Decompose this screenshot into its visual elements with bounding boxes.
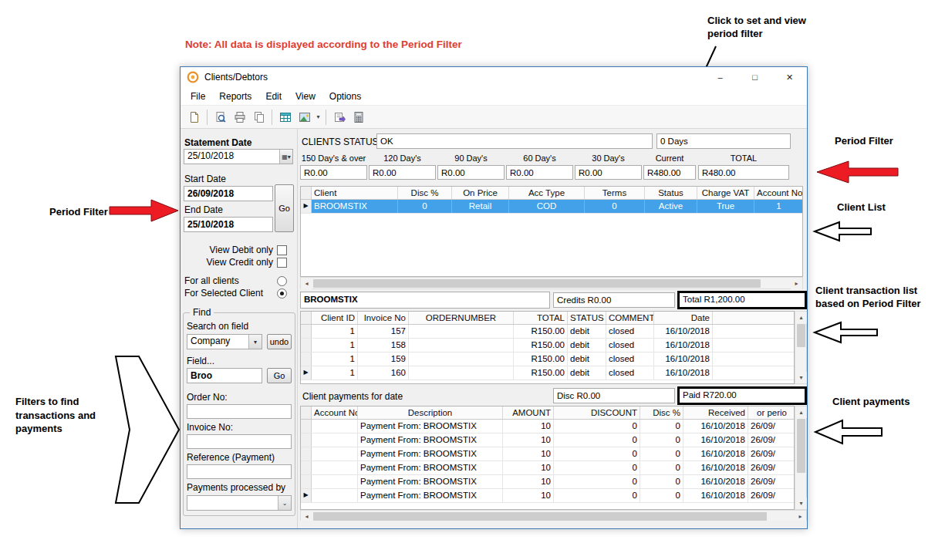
- column-header[interactable]: Account No: [754, 187, 803, 199]
- menu-file[interactable]: File: [184, 89, 212, 104]
- grid-cell: debit: [568, 339, 606, 352]
- grid-row[interactable]: Payment From: BROOMSTIX100016/10/201826/…: [301, 420, 794, 433]
- end-date-input[interactable]: [184, 217, 273, 232]
- end-date-label: End Date: [184, 204, 223, 215]
- column-header[interactable]: ORDERNUMBER: [409, 312, 514, 324]
- for-all-clients-row[interactable]: For all clients: [184, 275, 287, 286]
- column-header[interactable]: STATUS: [568, 312, 606, 324]
- chevron-down-icon[interactable]: ▾: [248, 335, 262, 349]
- search-field-combobox[interactable]: Company ▾: [187, 334, 262, 349]
- scroll-up-icon[interactable]: ▴: [795, 312, 807, 323]
- transaction-grid: Client IDInvoice NoORDERNUMBERTOTALSTATU…: [300, 311, 795, 384]
- scroll-left-icon[interactable]: ◂: [301, 278, 312, 289]
- window-bottom-strip: [298, 521, 807, 528]
- column-header[interactable]: Terms: [585, 187, 645, 199]
- menu-edit[interactable]: Edit: [258, 89, 289, 104]
- statement-date-picker[interactable]: 25/10/2018 ▦▾: [184, 149, 293, 164]
- copy-icon[interactable]: [249, 107, 268, 127]
- grid-row[interactable]: Payment From: BROOMSTIX100016/10/201826/…: [301, 447, 794, 461]
- column-header[interactable]: On Price: [452, 187, 509, 199]
- column-header[interactable]: Date: [654, 312, 713, 324]
- scroll-down-icon[interactable]: ▾: [795, 498, 807, 509]
- column-header[interactable]: Client: [312, 187, 398, 199]
- grid-row[interactable]: Payment From: BROOMSTIX100016/10/201826/…: [301, 475, 794, 489]
- transaction-grid-vscrollbar[interactable]: ▴ ▾: [795, 311, 807, 384]
- scrollbar-thumb[interactable]: [797, 419, 805, 473]
- column-header[interactable]: Charge VAT: [697, 187, 754, 199]
- grid-row[interactable]: Payment From: BROOMSTIX100016/10/201826/…: [301, 433, 794, 447]
- image-dropdown-icon[interactable]: ▾: [314, 107, 322, 127]
- undo-button[interactable]: undo: [267, 334, 292, 349]
- scroll-up-icon[interactable]: ▴: [795, 407, 807, 418]
- column-header[interactable]: Received: [683, 407, 748, 419]
- field-search-input[interactable]: [187, 368, 262, 383]
- start-date-input[interactable]: [184, 186, 273, 201]
- menu-reports[interactable]: Reports: [212, 89, 258, 104]
- scrollbar-thumb[interactable]: [313, 512, 767, 521]
- scroll-right-icon[interactable]: ▸: [791, 278, 802, 289]
- grid-row[interactable]: ▶Payment From: BROOMSTIX100016/10/201826…: [301, 489, 794, 503]
- payments-processed-by-combobox[interactable]: ⌄: [187, 495, 292, 511]
- reference-payment-input[interactable]: [187, 464, 292, 479]
- grid-row[interactable]: 1159R150.00debitclosed16/10/2018: [301, 353, 794, 366]
- close-button[interactable]: ✕: [772, 67, 807, 87]
- for-selected-client-row[interactable]: For Selected Client: [184, 288, 287, 299]
- print-icon[interactable]: [230, 107, 249, 127]
- maximize-button[interactable]: □: [737, 67, 772, 87]
- column-header[interactable]: or perio: [748, 407, 795, 419]
- order-no-input[interactable]: [187, 404, 292, 419]
- grid-row[interactable]: 1158R150.00debitclosed16/10/2018: [301, 339, 794, 353]
- column-header[interactable]: Invoice No: [358, 312, 409, 324]
- view-debit-only-row[interactable]: View Debit only: [184, 245, 287, 255]
- chevron-down-icon[interactable]: ⌄: [278, 496, 291, 510]
- column-header[interactable]: Disc %: [640, 407, 683, 419]
- calculator-icon[interactable]: [349, 107, 368, 127]
- for-all-clients-radio[interactable]: [277, 276, 287, 286]
- menu-view[interactable]: View: [289, 89, 322, 104]
- statement-date-value: 25/10/2018: [184, 150, 279, 164]
- grid-cell: 0: [640, 475, 683, 488]
- column-header[interactable]: Description: [358, 407, 503, 419]
- minimize-button[interactable]: –: [703, 67, 737, 87]
- aging-label-current: Current: [643, 153, 696, 163]
- print-preview-icon[interactable]: [211, 107, 230, 127]
- scrollbar-thumb[interactable]: [313, 279, 761, 288]
- client-grid-hscrollbar[interactable]: ◂ ▸: [300, 277, 803, 289]
- column-header[interactable]: Disc %: [398, 187, 452, 199]
- view-debit-only-checkbox[interactable]: [277, 245, 287, 255]
- column-header[interactable]: COMMENT: [606, 312, 654, 324]
- for-selected-client-radio[interactable]: [277, 288, 287, 299]
- export-icon[interactable]: [329, 107, 349, 127]
- column-header[interactable]: AMOUNT: [503, 407, 554, 419]
- column-header[interactable]: DISCOUNT: [554, 407, 640, 419]
- grid-row[interactable]: 1157R150.00debitclosed16/10/2018: [301, 325, 794, 339]
- view-credit-only-checkbox[interactable]: [277, 258, 287, 268]
- grid-row[interactable]: ▶1160R150.00debitclosed16/10/2018: [301, 366, 794, 380]
- new-document-icon[interactable]: [184, 107, 204, 127]
- grid-row[interactable]: ▶BROOMSTIX0RetailCOD0ActiveTrue1: [301, 200, 802, 214]
- period-go-button[interactable]: Go: [275, 184, 294, 232]
- table-icon[interactable]: [275, 107, 295, 127]
- column-header[interactable]: TOTAL: [514, 312, 568, 324]
- grid-cell: 10: [503, 420, 554, 433]
- view-credit-only-row[interactable]: View Credit only: [184, 257, 287, 268]
- toolbar: ▾: [181, 106, 807, 129]
- column-header[interactable]: Client ID: [312, 312, 358, 324]
- scroll-down-icon[interactable]: ▾: [795, 372, 807, 383]
- grid-cell: 16/10/2018: [683, 433, 748, 447]
- column-header[interactable]: Acc Type: [509, 187, 585, 199]
- field-go-button[interactable]: Go: [267, 368, 292, 383]
- scrollbar-thumb[interactable]: [797, 324, 805, 347]
- grid-cell: 0: [554, 461, 640, 474]
- invoice-no-input[interactable]: [187, 434, 292, 449]
- grid-row[interactable]: Payment From: BROOMSTIX100016/10/201826/…: [301, 461, 794, 475]
- image-icon[interactable]: [295, 107, 314, 127]
- menu-options[interactable]: Options: [322, 89, 368, 104]
- payments-grid-vscrollbar[interactable]: ▴ ▾: [795, 406, 807, 510]
- column-header[interactable]: Status: [645, 187, 697, 199]
- calendar-dropdown-icon[interactable]: ▦▾: [279, 150, 292, 164]
- payments-processed-by-value: [187, 496, 278, 510]
- column-header[interactable]: Account No: [312, 407, 358, 419]
- search-field-value: Company: [187, 335, 248, 349]
- find-group: Find Search on field Company ▾ undo Fiel…: [183, 312, 295, 516]
